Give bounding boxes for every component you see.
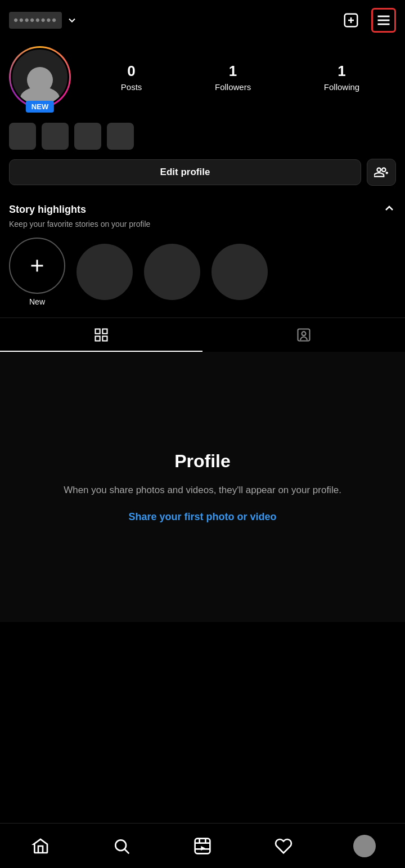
empty-profile-title: Profile <box>174 451 231 472</box>
highlight-thumb-4 <box>107 123 134 150</box>
svg-rect-12 <box>298 329 310 341</box>
avatar-inner <box>11 48 69 106</box>
posts-stat[interactable]: 0 Posts <box>121 62 142 92</box>
header-actions <box>339 8 396 33</box>
svg-point-14 <box>115 840 126 851</box>
menu-button[interactable] <box>371 8 396 33</box>
empty-profile-section: Profile When you share photos and videos… <box>0 352 405 622</box>
svg-line-15 <box>125 849 129 853</box>
highlight-thumb-3 <box>74 123 101 150</box>
profile-nav-button[interactable] <box>348 829 381 863</box>
tagged-tab[interactable] <box>202 318 405 352</box>
svg-marker-21 <box>201 846 205 851</box>
highlight-thumb-2 <box>42 123 69 150</box>
story-highlights-collapse[interactable] <box>382 202 396 217</box>
posts-count: 0 <box>127 62 135 80</box>
followers-stat[interactable]: 1 Followers <box>215 62 251 92</box>
highlights-strip <box>0 117 405 150</box>
svg-point-13 <box>302 332 306 335</box>
story-highlights-subtitle: Keep your favorite stories on your profi… <box>9 220 396 229</box>
grid-tab[interactable] <box>0 318 202 352</box>
empty-profile-text: When you share photos and videos, they'l… <box>64 483 341 498</box>
posts-label: Posts <box>121 82 142 92</box>
following-label: Following <box>324 82 359 92</box>
highlight-circle-2[interactable] <box>76 244 133 300</box>
highlight-thumb-1 <box>9 123 36 150</box>
profile-section: NEW 0 Posts 1 Followers 1 Following <box>0 41 405 117</box>
story-highlights-title: Story highlights <box>9 204 86 216</box>
search-nav-button[interactable] <box>105 829 138 863</box>
following-stat[interactable]: 1 Following <box>324 62 359 92</box>
new-highlight-label: New <box>29 297 45 306</box>
tabs-section <box>0 317 405 352</box>
bottom-navigation <box>0 823 405 868</box>
share-first-photo-link[interactable]: Share your first photo or video <box>128 511 276 523</box>
app-header: •••••••• <box>0 0 405 41</box>
highlight-circle-4[interactable] <box>212 244 268 300</box>
new-highlight-item[interactable]: New <box>9 238 65 306</box>
svg-rect-9 <box>102 329 107 334</box>
following-count: 1 <box>338 62 345 80</box>
followers-label: Followers <box>215 82 251 92</box>
avatar-container[interactable]: NEW <box>9 46 71 108</box>
avatar-ring <box>9 46 71 108</box>
svg-rect-11 <box>102 336 107 341</box>
svg-rect-8 <box>96 329 100 334</box>
svg-rect-10 <box>96 336 100 341</box>
stats-container: 0 Posts 1 Followers 1 Following <box>84 62 396 92</box>
activity-nav-button[interactable] <box>267 829 300 863</box>
highlights-row: New <box>9 238 396 317</box>
new-highlight-circle[interactable] <box>9 238 65 294</box>
account-switcher-chevron[interactable] <box>66 15 78 26</box>
header-left: •••••••• <box>9 12 78 29</box>
action-buttons: Edit profile <box>0 150 405 195</box>
home-nav-button[interactable] <box>24 829 57 863</box>
followers-count: 1 <box>229 62 237 80</box>
profile-nav-avatar <box>353 835 376 857</box>
username-display[interactable]: •••••••• <box>9 12 62 29</box>
highlight-circle-3[interactable] <box>144 244 200 300</box>
new-badge: NEW <box>26 101 54 113</box>
reels-nav-button[interactable] <box>186 829 219 863</box>
svg-rect-16 <box>195 838 210 853</box>
story-highlights-section: Story highlights Keep your favorite stor… <box>0 195 405 317</box>
edit-profile-button[interactable]: Edit profile <box>9 159 361 185</box>
create-button[interactable] <box>339 8 363 33</box>
add-friend-button[interactable] <box>367 159 396 186</box>
story-highlights-header: Story highlights <box>9 202 396 217</box>
